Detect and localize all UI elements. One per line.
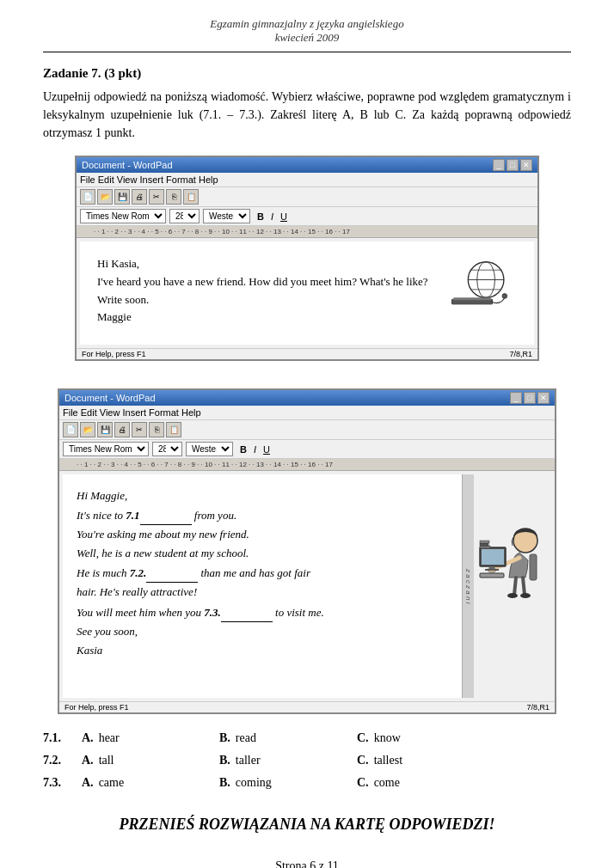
svg-point-7 [502,294,507,299]
svg-rect-11 [482,549,504,565]
page: Egzamin gimnazjalny z języka angielskieg… [0,0,614,868]
save-icon-2[interactable]: 💾 [97,422,113,437]
cut-icon-2[interactable]: ✂ [132,422,147,437]
svg-rect-18 [530,554,537,580]
blank1-label: 7.1 [126,509,139,522]
email2-line4: He is much 7.2. than me and has got fair [77,563,445,583]
wordpad-window-2: Document - WordPad _ □ ✕ File Edit View … [58,388,556,714]
answer-text-72b: taller [236,754,261,767]
titlebar-title-2: Document - WordPad [64,393,156,403]
transfer-note: PRZENIEŚ ROZWIĄZANIA NA KARTĘ ODPOWIEDZI… [43,816,571,834]
statusbar-2: For Help, press F1 7/8,R1 [59,701,555,712]
svg-rect-13 [480,543,488,546]
line6-post: to visit me. [273,606,324,619]
encoding-select-2[interactable]: Western [186,442,233,456]
menubar-2: File Edit View Insert Format Help [59,406,555,420]
email2-closing: See you soon, [77,622,445,641]
bold-btn-2[interactable]: B [240,444,247,455]
paste-icon[interactable]: 📋 [183,189,199,205]
answer-num-71: 7.1. [43,731,82,745]
svg-rect-16 [485,569,499,571]
header-line2: kwiecień 2009 [43,31,571,45]
svg-line-20 [523,578,525,595]
bold-btn-1[interactable]: B [257,211,264,222]
cut-icon[interactable]: ✂ [149,189,164,205]
italic-btn-2[interactable]: I [254,444,256,455]
email-image-col-1 [439,255,517,327]
close-btn-2[interactable]: ✕ [537,392,550,404]
formatbar-1: Times New Roman 28 Western B I U [77,207,537,226]
header-divider [43,52,571,52]
size-select-2[interactable]: 28 [152,442,182,456]
answer-letter-72b: B. [219,754,230,767]
svg-line-19 [514,578,516,595]
print-icon-2[interactable]: 🖨 [114,422,130,437]
menubar-1: File Edit View Insert Format Help [77,173,537,187]
email2-line5: hair. He's really attractive! [77,583,445,602]
copy-icon-2[interactable]: ⎘ [149,422,164,437]
status-pos-1: 7/8,R1 [509,350,532,358]
ruler-1: · · 1 · · 2 · · 3 · · 4 · · 5 · · 6 · · … [77,226,537,238]
email2-line6: You will meet him when you 7.3. to visit… [77,602,445,622]
answer-letter-73a: A. [82,776,94,790]
menu-items-2: File Edit View Insert Format Help [63,407,201,418]
toolbar-2: 📄 📂 💾 🖨 ✂ ⎘ 📋 [59,420,555,440]
scrollbar-label: z a c z a n i [464,569,472,603]
svg-rect-14 [480,541,489,543]
print-icon[interactable]: 🖨 [132,189,147,205]
paste-icon-2[interactable]: 📋 [166,422,181,437]
underline-btn-2[interactable]: U [263,444,270,455]
line4-mid: than me and has got fair [198,566,310,579]
answer-choice-71a: A. hear [82,731,219,745]
size-select-1[interactable]: 28 [169,209,200,223]
blank1-field [140,505,192,525]
answer-letter-73b: B. [219,776,230,790]
new-icon[interactable]: 📄 [80,189,95,205]
open-icon-2[interactable]: 📂 [80,422,95,437]
blank2-field [146,563,198,583]
email1-signature: Maggie [97,309,439,327]
email-text-col-1: Hi Kasia, I've heard you have a new frie… [97,255,439,327]
line4-pre: He is much [77,566,130,579]
titlebar-title-1: Document - WordPad [82,160,173,170]
task-instruction: Uzupełnij odpowiedź na poniższą wiadomoś… [43,88,571,142]
save-icon[interactable]: 💾 [114,189,130,205]
answer-text-71c: know [374,731,401,745]
document-inner-1: Hi Kasia, I've heard you have a new frie… [97,255,517,327]
email2-line2: You're asking me about my new friend. [77,525,445,544]
answer-letter-72c: C. [357,754,369,767]
minimize-btn-2[interactable]: _ [510,392,522,404]
document-2: Hi Maggie, It's nice to 7.1 from you. Yo… [63,474,462,698]
answer-text-73b: coming [236,776,272,790]
line6-pre: You will meet him when you [77,606,204,619]
font-select-1[interactable]: Times New Roman [80,209,166,223]
answer-choice-72c: C. tallest [357,754,494,767]
line1-post: from you. [192,509,237,522]
line1-pre: It's nice to [77,509,126,522]
copy-icon[interactable]: ⎘ [166,189,181,205]
titlebar-controls-2: _ □ ✕ [510,392,550,404]
email2-line1: It's nice to 7.1 from you. [77,505,445,525]
answers-section: 7.1. A. hear B. read C. know 7.2. A. tal… [43,731,571,790]
underline-btn-1[interactable]: U [280,211,287,222]
toolbar-icons-2: 📄 📂 💾 🖨 ✂ ⎘ 📋 [63,422,181,437]
content-area-2: Hi Maggie, It's nice to 7.1 from you. Yo… [59,471,555,701]
minimize-btn-1[interactable]: _ [493,159,505,171]
italic-btn-1[interactable]: I [271,211,273,222]
answer-choice-71c: C. know [357,731,494,745]
new-icon-2[interactable]: 📄 [63,422,78,437]
maximize-btn-1[interactable]: □ [507,159,519,171]
font-select-2[interactable]: Times New Roman [63,442,149,456]
answer-letter-71a: A. [82,731,94,745]
answer-choice-73b: B. coming [219,776,357,790]
answer-row-72: 7.2. A. tall B. taller C. tallest [43,754,571,767]
task-title: Zadanie 7. (3 pkt) [43,66,571,81]
encoding-select-1[interactable]: Western [203,209,250,223]
status-help-2: For Help, press F1 [64,703,129,712]
open-icon[interactable]: 📂 [97,189,113,205]
titlebar-1: Document - WordPad _ □ ✕ [77,157,537,173]
maximize-btn-2[interactable]: □ [524,392,536,404]
close-btn-1[interactable]: ✕ [520,159,532,171]
page-number: Strona 6 z 11 [43,859,571,868]
answer-row-71: 7.1. A. hear B. read C. know [43,731,571,745]
